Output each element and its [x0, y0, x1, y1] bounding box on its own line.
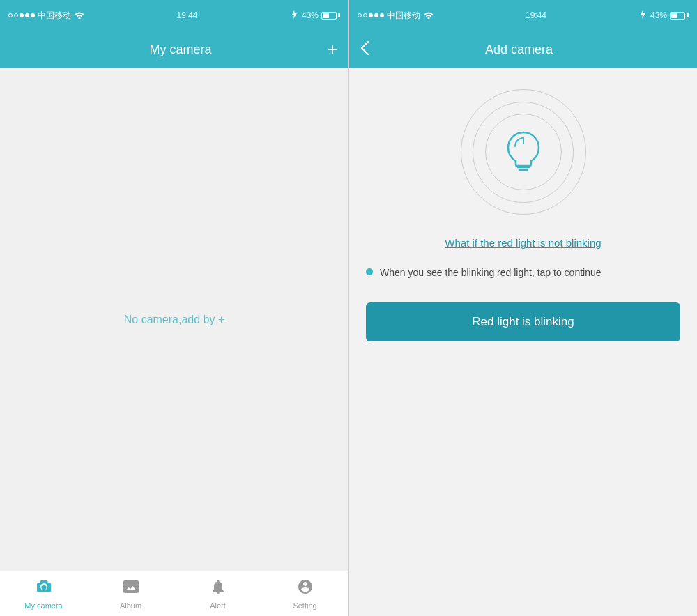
- signal-dots: [8, 13, 35, 17]
- battery-left: [321, 12, 340, 20]
- time-left: 19:44: [176, 10, 197, 20]
- svg-point-0: [41, 585, 46, 590]
- signal-dot-2: [14, 13, 18, 17]
- nav-title-left: My camera: [33, 43, 328, 57]
- tab-album[interactable]: Album: [87, 578, 174, 610]
- instruction-text: When you see the blinking red light, tap…: [380, 265, 602, 280]
- charge-icon-left: [289, 10, 299, 22]
- bulb-icon: [496, 124, 551, 180]
- status-left: 中国移动: [8, 10, 85, 22]
- add-camera-body: What if the red light is not blinking Wh…: [349, 68, 697, 616]
- tab-album-label: Album: [120, 601, 141, 610]
- carrier-left: 中国移动: [38, 10, 71, 22]
- camera-icon: [36, 578, 52, 599]
- right-phone: 中国移动 19:44 43%: [348, 0, 697, 616]
- not-blinking-link[interactable]: What if the red light is not blinking: [445, 237, 601, 249]
- instruction-row: When you see the blinking red light, tap…: [366, 265, 680, 280]
- left-phone: 中国移动 19:44 43% My: [0, 0, 348, 616]
- signal-dot-1: [8, 13, 13, 17]
- back-button[interactable]: [360, 41, 369, 59]
- signal-dot-r2: [363, 13, 367, 17]
- battery-right: [670, 12, 689, 20]
- left-content: No camera,add by +: [0, 68, 348, 571]
- tab-setting[interactable]: Setting: [261, 578, 348, 610]
- status-bar-left: 中国移动 19:44 43%: [0, 0, 348, 31]
- wifi-icon-right: [423, 10, 434, 21]
- nav-bar-left: My camera +: [0, 31, 348, 68]
- signal-dot-4: [25, 13, 29, 17]
- empty-text: No camera,add by +: [124, 314, 225, 326]
- tab-camera[interactable]: My camera: [0, 578, 87, 610]
- setting-icon: [297, 578, 314, 599]
- status-right-right: 43%: [638, 10, 689, 22]
- status-bar-right: 中国移动 19:44 43%: [349, 0, 697, 31]
- right-content: What if the red light is not blinking Wh…: [349, 68, 697, 616]
- signal-dot-5: [31, 13, 35, 17]
- tab-alert-label: Alert: [210, 601, 226, 610]
- tab-bar: My camera Album Alert S: [0, 571, 348, 616]
- signal-dot-r4: [374, 13, 378, 17]
- charge-icon-right: [638, 10, 648, 22]
- nav-title-right: Add camera: [374, 43, 664, 57]
- tab-setting-label: Setting: [293, 601, 316, 610]
- instruction-bullet: [366, 268, 373, 275]
- signal-dot-3: [20, 13, 24, 17]
- add-camera-button[interactable]: +: [328, 41, 337, 58]
- tab-camera-label: My camera: [24, 601, 62, 610]
- signal-dot-r5: [380, 13, 384, 17]
- battery-pct-left: 43%: [302, 10, 319, 20]
- status-right-left: 43%: [289, 10, 340, 22]
- alert-icon: [210, 578, 227, 599]
- signal-dots-right: [358, 13, 384, 17]
- signal-dot-r3: [369, 13, 373, 17]
- time-right: 19:44: [526, 10, 546, 20]
- battery-pct-right: 43%: [650, 10, 667, 20]
- signal-dot-r1: [358, 13, 362, 17]
- album-icon: [123, 578, 139, 599]
- empty-state: No camera,add by +: [0, 68, 348, 571]
- wifi-icon-left: [74, 10, 85, 21]
- tab-alert[interactable]: Alert: [174, 578, 261, 610]
- carrier-right: 中国移动: [387, 10, 420, 22]
- red-light-blinking-button[interactable]: Red light is blinking: [366, 302, 680, 341]
- nav-bar-right: Add camera: [349, 31, 697, 68]
- bulb-animation: [461, 89, 586, 215]
- status-left-right: 中国移动: [358, 10, 434, 22]
